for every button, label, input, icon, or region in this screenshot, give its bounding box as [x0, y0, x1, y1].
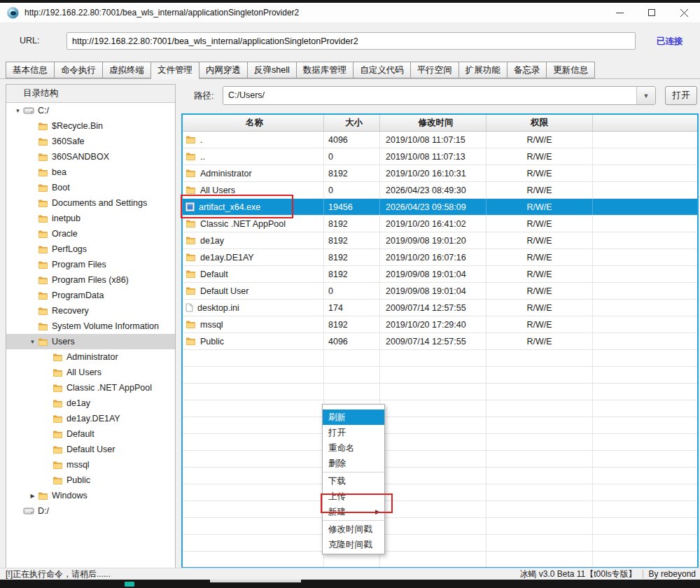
column-header-extra[interactable] [593, 115, 697, 131]
tree-item-de1ay.DE1AY[interactable]: de1ay.DE1AY [6, 411, 175, 426]
file-row-Default[interactable]: Default81922019/09/08 19:01:04R/W/E [183, 266, 697, 283]
tree-item-C:/[interactable]: ▼C:/ [6, 103, 175, 118]
tree-item-label: ProgramData [52, 290, 104, 300]
file-extra-cell [593, 300, 697, 316]
menu-item-上传[interactable]: 上传 [323, 489, 384, 504]
tree-item-Default[interactable]: Default [6, 426, 175, 442]
menu-item-下载[interactable]: 下载 [323, 473, 384, 489]
tree-item-Documents and Settings[interactable]: Documents and Settings [6, 195, 175, 211]
file-row-de1ay.DE1AY[interactable]: de1ay.DE1AY81922019/10/20 16:07:16R/W/E [183, 249, 697, 266]
path-value[interactable]: C:/Users/ [223, 87, 636, 104]
tree-item-ProgramData[interactable]: ProgramData [6, 288, 175, 303]
file-row-Public[interactable]: Public40962009/07/14 12:57:55R/W/E [183, 333, 697, 350]
file-row-Classic .NET AppPool[interactable]: Classic .NET AppPool81922019/10/20 16:41… [183, 216, 697, 232]
file-row-de1ay[interactable]: de1ay81922019/09/08 19:01:20R/W/E [183, 232, 697, 249]
tree-item-$Recycle.Bin[interactable]: $Recycle.Bin [6, 118, 175, 134]
tab-数据库管理[interactable]: 数据库管理 [296, 62, 354, 78]
minimize-button[interactable] [603, 3, 636, 22]
tree-item-Windows[interactable]: ▶Windows [6, 488, 175, 503]
menu-item-删除[interactable]: 删除 [323, 456, 384, 471]
file-extra-cell [593, 283, 697, 299]
menu-item-打开[interactable]: 打开 [323, 425, 384, 440]
expand-arrow-icon[interactable]: ▼ [13, 108, 22, 114]
menu-item-克隆时间戳[interactable]: 克隆时间戳 [323, 537, 384, 552]
tree-item-Program Files[interactable]: Program Files [6, 257, 175, 272]
drive-icon [23, 106, 34, 115]
open-button[interactable]: 打开 [665, 86, 697, 105]
tree-item-inetpub[interactable]: inetpub [6, 211, 175, 226]
close-button[interactable] [668, 3, 700, 22]
path-combobox[interactable]: C:/Users/ ▼ [223, 86, 656, 105]
tab-反弹shell[interactable]: 反弹shell [247, 62, 297, 78]
empty-cell [486, 417, 593, 433]
column-header-修改时间[interactable]: 修改时间 [380, 115, 486, 131]
tree-item-mssql[interactable]: mssql [6, 457, 175, 472]
tree-item-label: de1ay [66, 398, 90, 408]
path-label: 路径: [194, 90, 214, 102]
tree-item-Boot[interactable]: Boot [6, 180, 175, 195]
tree-item-de1ay[interactable]: de1ay [6, 396, 175, 411]
tab-平行空间[interactable]: 平行空间 [410, 62, 459, 78]
tree-item-360Safe[interactable]: 360Safe [6, 134, 175, 149]
file-perm-cell: R/W/E [486, 216, 593, 232]
tab-自定义代码[interactable]: 自定义代码 [353, 62, 411, 78]
menu-item-重命名[interactable]: 重命名 [323, 440, 384, 456]
tree-item-label: Default User [66, 444, 115, 454]
menu-item-修改时间戳[interactable]: 修改时间戳 [323, 522, 384, 537]
file-row-.[interactable]: .40962019/10/08 11:07:15R/W/E [183, 132, 697, 148]
file-row-empty [183, 384, 697, 400]
column-header-大小[interactable]: 大小 [324, 115, 380, 131]
exe-icon [186, 202, 195, 211]
tree-item-Users[interactable]: ▼Users [6, 334, 175, 349]
path-dropdown-button[interactable]: ▼ [636, 87, 655, 104]
tree-item-System Volume Information[interactable]: System Volume Information [6, 318, 175, 334]
file-row-All Users[interactable]: All Users02026/04/23 08:49:30R/W/E [183, 182, 697, 199]
tree-item-Program Files (x86)[interactable]: Program Files (x86) [6, 272, 175, 288]
tab-虚拟终端[interactable]: 虚拟终端 [102, 62, 151, 78]
file-size-cell: 4096 [324, 132, 380, 148]
tree-item-Public[interactable]: Public [6, 472, 175, 488]
file-row-empty [183, 434, 697, 451]
tree-item-Oracle[interactable]: Oracle [6, 226, 175, 241]
tree-item-All Users[interactable]: All Users [6, 365, 175, 380]
file-row-Default User[interactable]: Default User02019/09/08 19:01:04R/W/E [183, 283, 697, 300]
url-bar: URL: http://192.168.22.80:7001/bea_wls_i… [0, 23, 700, 59]
file-mtime-cell: 2019/10/20 17:29:40 [380, 316, 486, 332]
file-row-empty [183, 484, 697, 501]
tab-更新信息[interactable]: 更新信息 [546, 62, 595, 78]
file-row-mssql[interactable]: mssql81922019/10/20 17:29:40R/W/E [183, 316, 697, 333]
empty-cell [486, 367, 593, 383]
tab-命令执行[interactable]: 命令执行 [54, 62, 103, 78]
tree-item-Classic .NET AppPool[interactable]: Classic .NET AppPool [6, 380, 175, 396]
file-row-empty [183, 552, 697, 568]
column-header-权限[interactable]: 权限 [486, 115, 593, 131]
tree-item-360SANDBOX[interactable]: 360SANDBOX [6, 149, 175, 164]
file-row-artifact_x64.exe[interactable]: artifact_x64.exe194562026/04/23 09:58:09… [183, 199, 697, 216]
expand-arrow-icon[interactable]: ▼ [28, 339, 37, 345]
maximize-button[interactable] [636, 3, 668, 22]
drive-icon [23, 507, 34, 515]
file-row-Administrator[interactable]: Administrator81922019/10/20 16:10:31R/W/… [183, 165, 697, 182]
tab-文件管理[interactable]: 文件管理 [150, 62, 200, 79]
url-input[interactable]: http://192.168.22.80:7001/bea_wls_intern… [66, 32, 636, 50]
tree-item-Default User[interactable]: Default User [6, 442, 175, 457]
tab-基本信息[interactable]: 基本信息 [6, 62, 55, 78]
tab-内网穿透[interactable]: 内网穿透 [199, 62, 248, 78]
folder-icon [186, 236, 196, 245]
tree-item-label: bea [52, 167, 66, 177]
empty-cell [183, 434, 324, 450]
tab-扩展功能[interactable]: 扩展功能 [458, 62, 507, 78]
tree-item-PerfLogs[interactable]: PerfLogs [6, 241, 175, 257]
tree-item-D:/[interactable]: D:/ [6, 503, 175, 519]
tree-item-Recovery[interactable]: Recovery [6, 303, 175, 318]
folder-icon [52, 399, 63, 408]
file-row-desktop.ini[interactable]: desktop.ini1742009/07/14 12:57:55R/W/E [183, 300, 697, 316]
tree-item-Administrator[interactable]: Administrator [6, 349, 175, 365]
file-row-..[interactable]: ..02019/10/08 11:07:13R/W/E [183, 148, 697, 165]
collapse-arrow-icon[interactable]: ▶ [28, 493, 37, 499]
tree-item-bea[interactable]: bea [6, 164, 175, 180]
column-header-名称[interactable]: 名称 [183, 115, 324, 131]
tab-备忘录[interactable]: 备忘录 [507, 62, 547, 78]
menu-item-刷新[interactable]: 刷新 [323, 410, 384, 425]
menu-item-新建[interactable]: 新建▶ [323, 504, 384, 519]
